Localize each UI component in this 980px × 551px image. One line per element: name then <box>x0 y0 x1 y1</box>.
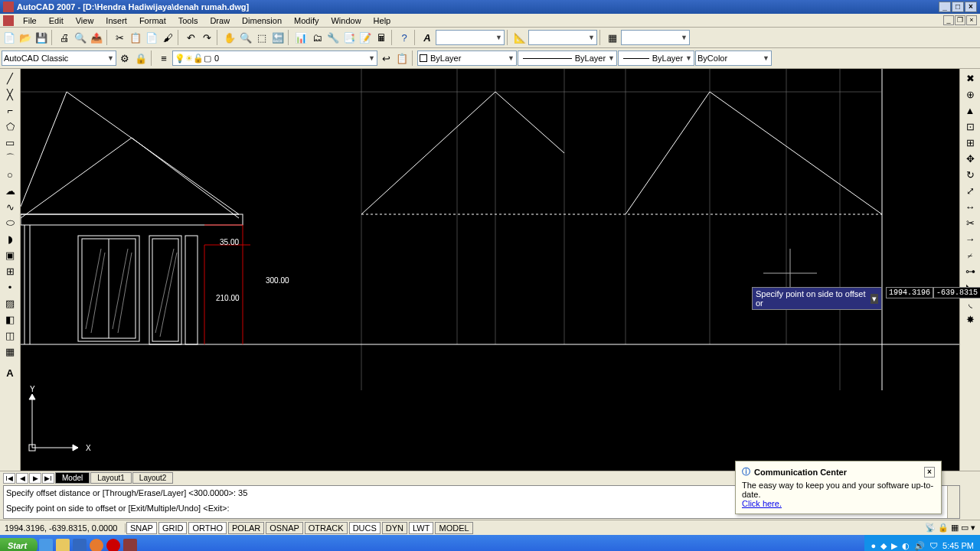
region-tool[interactable]: ◫ <box>2 328 18 343</box>
start-button[interactable]: Start <box>0 538 38 551</box>
dimstyle-button[interactable]: 📐 <box>512 30 528 45</box>
toggle-lwt[interactable]: LWT <box>409 522 433 534</box>
matchprop-button[interactable]: 🖌 <box>160 30 175 45</box>
move-tool[interactable]: ✥ <box>962 151 978 166</box>
extend-tool[interactable]: → <box>962 231 978 246</box>
tray-icon[interactable]: ◐ <box>902 541 910 551</box>
toggle-ducs[interactable]: DUCS <box>349 522 381 534</box>
paste-button[interactable]: 📄 <box>144 30 159 45</box>
commcenter-icon[interactable]: 📡 <box>925 523 936 533</box>
plotstyle-dropdown[interactable]: ByColor▼ <box>695 51 772 66</box>
menu-tools[interactable]: Tools <box>172 15 204 26</box>
toggle-otrack[interactable]: OTRACK <box>305 522 348 534</box>
menu-window[interactable]: Window <box>325 15 367 26</box>
rect-tool[interactable]: ▭ <box>2 135 18 150</box>
erase-tool[interactable]: ✖ <box>962 70 978 86</box>
copy-tool[interactable]: ⊕ <box>962 86 978 102</box>
cut-button[interactable]: ✂ <box>112 30 127 45</box>
opera-icon[interactable] <box>106 539 120 551</box>
layer-button[interactable]: ≡ <box>156 51 172 66</box>
tablestyle-button[interactable]: ▦ <box>605 30 620 45</box>
ellipse-tool[interactable]: ⬭ <box>2 215 18 230</box>
tpalette-button[interactable]: 🔧 <box>325 30 341 45</box>
lineweight-dropdown[interactable]: ByLayer▼ <box>618 51 694 66</box>
tab-first[interactable]: I◀ <box>3 473 15 484</box>
properties-button[interactable]: 📊 <box>293 30 309 45</box>
ssm-button[interactable]: 📑 <box>341 30 357 45</box>
tray-icon[interactable]: 🛡 <box>929 541 938 550</box>
makeblock-tool[interactable]: ⊞ <box>2 263 18 279</box>
clock[interactable]: 5:45 PM <box>942 541 974 550</box>
tab-last[interactable]: ▶I <box>42 473 54 484</box>
help-button[interactable]: ? <box>397 30 412 45</box>
gradient-tool[interactable]: ◧ <box>2 311 18 327</box>
menu-draw[interactable]: Draw <box>204 15 236 26</box>
toggle-osnap[interactable]: OSNAP <box>266 522 303 534</box>
spline-tool[interactable]: ∿ <box>2 199 18 214</box>
toggle-polar[interactable]: POLAR <box>228 522 264 534</box>
arc-tool[interactable]: ⌒ <box>2 151 18 166</box>
layer-states-button[interactable]: 📋 <box>394 51 410 66</box>
mdi-minimize[interactable]: _ <box>943 15 954 25</box>
tablestyle-dropdown[interactable]: ▼ <box>621 30 690 45</box>
tray-arrow-icon[interactable]: ▾ <box>971 523 975 533</box>
zoom-rt-button[interactable]: 🔍 <box>238 30 253 45</box>
popup-link[interactable]: Click here. <box>742 499 782 508</box>
menu-dimension[interactable]: Dimension <box>236 15 288 26</box>
polygon-tool[interactable]: ⬠ <box>2 119 18 134</box>
popup-close-button[interactable]: × <box>924 467 935 478</box>
undo-button[interactable]: ↶ <box>183 30 198 45</box>
join-tool[interactable]: ⊶ <box>962 263 978 279</box>
rotate-tool[interactable]: ↻ <box>962 167 978 182</box>
tab-next[interactable]: ▶ <box>29 473 41 484</box>
redo-button[interactable]: ↷ <box>199 30 214 45</box>
close-button[interactable]: × <box>965 2 977 12</box>
table-tool[interactable]: ▦ <box>2 344 18 359</box>
ws-lock-button[interactable]: 🔒 <box>133 51 149 66</box>
zoom-win-button[interactable]: ⬚ <box>254 30 270 45</box>
open-button[interactable]: 📂 <box>18 30 33 45</box>
tab-layout1[interactable]: Layout1 <box>90 472 132 484</box>
tray-icon[interactable]: 🔊 <box>914 541 925 551</box>
media-icon[interactable] <box>73 539 87 551</box>
menu-help[interactable]: Help <box>368 15 397 26</box>
toggle-snap[interactable]: SNAP <box>126 522 157 534</box>
tray-icon[interactable]: ▶ <box>891 541 897 551</box>
menu-modify[interactable]: Modify <box>288 15 325 26</box>
layer-prev-button[interactable]: ↩ <box>378 51 394 66</box>
offset-tool[interactable]: ⊡ <box>962 119 978 134</box>
menu-insert[interactable]: Insert <box>100 15 133 26</box>
drawing-canvas[interactable]: 35.00 300.00 210.00 X Y Specify point on… <box>21 69 959 471</box>
ws-settings-button[interactable]: ⚙ <box>117 51 132 66</box>
tab-layout2[interactable]: Layout2 <box>132 472 174 484</box>
toggle-model[interactable]: MODEL <box>435 522 472 534</box>
ellipsearc-tool[interactable]: ◗ <box>2 231 18 246</box>
cmd-scrollbar[interactable] <box>947 486 959 518</box>
textstyle-button[interactable]: A <box>420 30 435 45</box>
plot-button[interactable]: 🖨 <box>57 30 72 45</box>
pan-button[interactable]: ✋ <box>222 30 237 45</box>
linetype-dropdown[interactable]: ByLayer▼ <box>518 51 617 66</box>
toolbar-icon[interactable]: ▦ <box>951 523 959 533</box>
color-dropdown[interactable]: ByLayer▼ <box>417 51 517 66</box>
tray-icon[interactable]: ● <box>871 541 876 550</box>
dcenter-button[interactable]: 🗂 <box>309 30 325 45</box>
revcloud-tool[interactable]: ☁ <box>2 183 18 198</box>
tab-prev[interactable]: ◀ <box>16 473 28 484</box>
textstyle-dropdown[interactable]: ▼ <box>436 30 505 45</box>
trim-tool[interactable]: ✂ <box>962 215 978 230</box>
stretch-tool[interactable]: ↔ <box>962 199 978 214</box>
break-tool[interactable]: ⌿ <box>962 247 978 262</box>
firefox-icon[interactable] <box>90 539 103 551</box>
copy-button[interactable]: 📋 <box>128 30 143 45</box>
hatch-tool[interactable]: ▨ <box>2 295 18 311</box>
toggle-grid[interactable]: GRID <box>158 522 188 534</box>
menu-edit[interactable]: Edit <box>43 15 70 26</box>
menu-file[interactable]: File <box>17 15 43 26</box>
lock-icon[interactable]: 🔒 <box>938 523 949 533</box>
minimize-button[interactable]: _ <box>939 2 951 12</box>
xline-tool[interactable]: ╳ <box>2 86 18 102</box>
mirror-tool[interactable]: ▲ <box>962 103 978 118</box>
toggle-dyn[interactable]: DYN <box>382 522 407 534</box>
workspace-dropdown[interactable]: AutoCAD Classic▼ <box>2 51 116 66</box>
